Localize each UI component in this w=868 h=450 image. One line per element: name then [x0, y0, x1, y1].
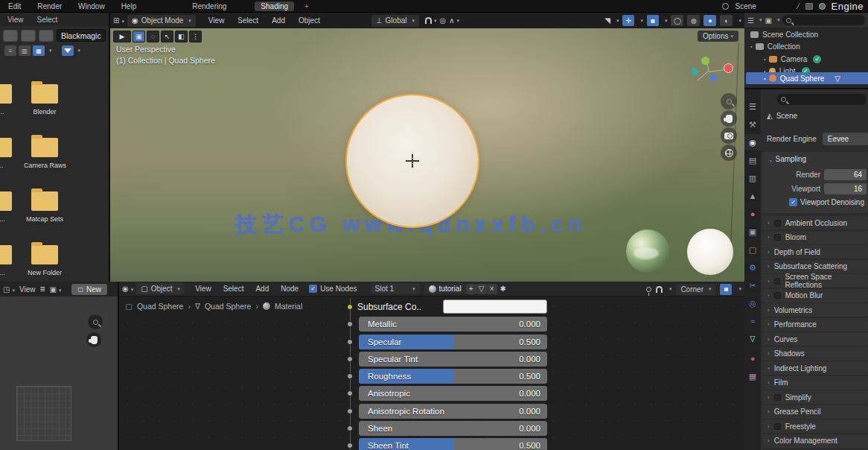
folder-item[interactable]: ar... [0, 84, 19, 115]
rotate-tool[interactable]: ◧ [175, 31, 188, 42]
node-input-anisotropic[interactable]: Anisotropic0.000 [351, 386, 549, 401]
outliner-row-quad-sphere-selected[interactable]: • Quad Sphere ▽ [746, 72, 868, 84]
thumbnail-view-button[interactable]: ▦ [33, 45, 45, 56]
editor-type-icon[interactable]: ◳▾ [3, 285, 15, 294]
section-simplify[interactable]: ›Simplify [762, 390, 868, 404]
tab-scene[interactable]: ▲ [744, 188, 761, 204]
folder-item[interactable]: us... [0, 245, 19, 276]
editor-type-icon[interactable]: ☰ [744, 98, 761, 115]
perspective-toggle-button[interactable] [721, 145, 737, 161]
column-view-button[interactable]: ▥ [19, 45, 31, 56]
menu-render[interactable]: Render [29, 2, 70, 10]
color-swatch[interactable] [443, 300, 547, 314]
tab-modifiers[interactable]: ⚙ [744, 259, 761, 276]
overlays-toggle[interactable]: ◙ [720, 284, 732, 295]
shading-rendered-button[interactable]: ◐ [720, 15, 733, 26]
node-input-specular-tint[interactable]: Specular Tint0.000 [351, 352, 549, 367]
tab-object-data[interactable]: ∇ [744, 331, 761, 347]
node-input-subsurface-color[interactable]: Subsurface Co.. [351, 300, 549, 314]
sampling-render-field[interactable]: 64 [824, 169, 867, 180]
outliner-row-camera[interactable]: • Camera ✓ [764, 54, 821, 65]
editor-type-icon[interactable]: ⊞▾ [113, 16, 124, 25]
section-subsurface-scattering[interactable]: ›Subsurface Scattering [762, 260, 868, 273]
proportional-edit-icon[interactable]: ◎ [440, 16, 447, 25]
filter-icon[interactable]: ☰ [747, 16, 754, 25]
folder-item-blender[interactable]: Blender [24, 84, 66, 115]
tab-view-layer[interactable]: ▥ [744, 170, 761, 186]
snap-icon[interactable] [425, 17, 432, 24]
tab-shading[interactable]: Shading [255, 1, 294, 11]
expand-icon[interactable]: • [764, 75, 766, 82]
menu-window[interactable]: Window [70, 2, 113, 10]
checkbox[interactable] [774, 220, 781, 226]
checkbox[interactable] [774, 423, 781, 430]
axis-x-ball[interactable] [724, 63, 733, 73]
section-color-management[interactable]: ›Color Management [762, 434, 868, 448]
outliner-search-input[interactable] [782, 15, 865, 25]
tab-output[interactable]: ▤ [744, 152, 761, 168]
viewport-3d[interactable]: 技艺CG www.qdnxxfb.cn User Perspective (1)… [110, 13, 744, 282]
tab-rendering[interactable]: Rendering [186, 1, 232, 11]
falloff-icon[interactable]: ∧ [449, 16, 454, 25]
section-ambient-occlusion[interactable]: ›Ambient Occlusion [762, 216, 868, 229]
ie-zoom-button[interactable] [88, 314, 103, 329]
folder-item-camera-raws[interactable]: Camera Raws [24, 138, 66, 169]
tab-tool[interactable]: ⚒ [744, 116, 761, 133]
sampling-viewport-field[interactable]: 16 [824, 183, 867, 194]
node-input-sheen-tint[interactable]: Sheen Tint0.500 [351, 438, 549, 450]
tab-render[interactable]: ◉ [744, 134, 761, 150]
folder-item-matcap-sets[interactable]: Matcap Sets [24, 191, 66, 223]
snap-dropdown[interactable]: ▾ [434, 18, 437, 24]
menu-help[interactable]: Help [113, 2, 145, 10]
select-box-tool[interactable]: ▣ [133, 31, 145, 42]
snap-target-selector[interactable]: Corner▾ [676, 284, 715, 295]
fb-menu-view[interactable]: View [7, 16, 24, 24]
node-input-specular[interactable]: Specular0.500 [351, 335, 549, 349]
fb-menu-select[interactable]: Select [37, 16, 58, 24]
shading-dropdown[interactable]: ▾ [738, 18, 741, 24]
zoom-button[interactable] [721, 93, 737, 110]
pan-button[interactable] [721, 110, 737, 127]
hamburger-icon[interactable]: ≡ [39, 284, 45, 294]
se-menu-view[interactable]: View [189, 285, 217, 293]
ie-menu-view[interactable]: View [19, 285, 36, 294]
section-indirect-lighting[interactable]: ›Indirect Lighting [762, 361, 868, 375]
checkbox[interactable] [774, 292, 781, 299]
shading-wireframe-button[interactable]: ◯ [671, 15, 683, 26]
pin-icon[interactable] [646, 287, 651, 292]
properties-search-input[interactable] [777, 94, 867, 105]
section-performance[interactable]: ›Performance [762, 318, 868, 332]
node-input-metallic[interactable]: Metallic0.000 [351, 317, 549, 332]
gizmos-toggle[interactable]: ✛ [622, 15, 634, 26]
section-bloom[interactable]: ›Bloom [762, 231, 868, 244]
scene-selector[interactable]: Scene [735, 2, 756, 10]
tab-constraints[interactable]: ≈ [744, 313, 761, 329]
render-engine-dropdown[interactable]: Eevee [823, 133, 868, 145]
list-view-button[interactable]: ≡ [4, 45, 16, 56]
section-grease-pencil[interactable]: ›Grease Pencil [762, 405, 868, 419]
folder-item-new-folder[interactable]: New Folder [24, 245, 66, 276]
section-shadows[interactable]: ›Shadows [762, 347, 868, 361]
node-input-anisotropic-rotation[interactable]: Anisotropic Rotation0.000 [351, 404, 549, 419]
overlays-toggle[interactable]: ◙ [647, 15, 659, 26]
tab-particles[interactable]: ✂ [744, 277, 761, 294]
viewport-denoising-checkbox[interactable]: ✓ Viewport Denoising [789, 198, 868, 206]
principled-bsdf-node[interactable]: Subsurface Co.. Metallic0.000 Specular0.… [351, 300, 549, 450]
add-workspace-button[interactable]: + [299, 1, 315, 11]
move-tool[interactable]: ↖ [161, 31, 173, 42]
folder-item[interactable]: Fir... [0, 191, 19, 223]
axis-z-ball[interactable] [710, 75, 717, 81]
options-button[interactable]: Options▾ [698, 31, 738, 42]
section-volumetrics[interactable]: ›Volumetrics [762, 303, 868, 317]
unlink-material-button[interactable]: × [487, 284, 497, 294]
image-browse-icon[interactable]: ▣▾ [49, 285, 61, 294]
visibility-icon[interactable]: ◥ [604, 16, 610, 25]
checkbox[interactable] [774, 234, 781, 241]
section-depth-of-field[interactable]: ›Depth of Field [762, 245, 868, 259]
path-field[interactable]: Blackmagic [57, 29, 106, 42]
checkmark-icon[interactable]: ✓ [813, 55, 821, 63]
value-socket[interactable] [347, 339, 353, 345]
view-layer-icon[interactable] [805, 3, 813, 10]
color-socket[interactable] [347, 304, 353, 310]
fake-user-button[interactable]: ▽ [476, 284, 487, 294]
